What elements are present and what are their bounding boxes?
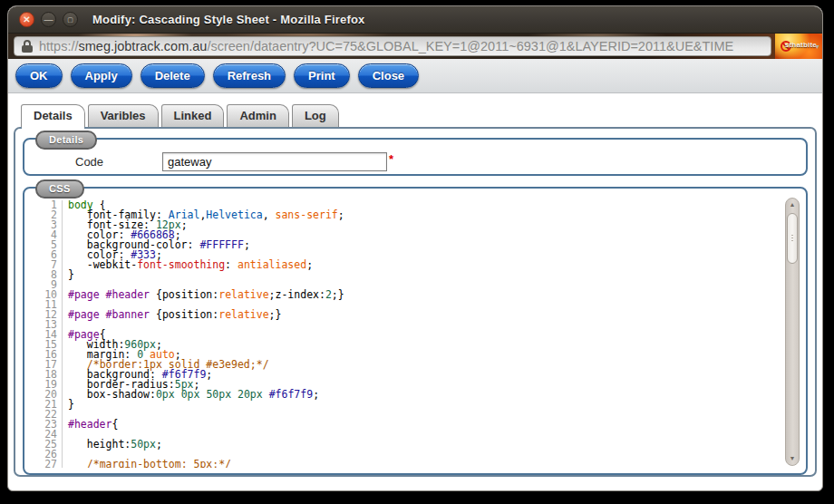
scrollbar-down-icon[interactable]: ▼ — [786, 452, 799, 465]
window-controls: ✕ — ▢ — [19, 12, 78, 27]
window-title: Modify: Cascading Style Sheet - Mozilla … — [92, 13, 365, 26]
details-fieldset: Details Code * — [23, 138, 808, 176]
button-toolbar: OK Apply Delete Refresh Print Close — [8, 59, 822, 93]
close-button[interactable]: Close — [358, 63, 419, 88]
code-line: #header{ — [68, 420, 344, 430]
editor-scrollbar[interactable]: ▲ ▼ — [785, 198, 800, 466]
persona-text: sthatbite — [785, 41, 817, 49]
css-legend: CSS — [35, 179, 84, 199]
required-asterisk: * — [389, 152, 393, 166]
window-maximize-icon[interactable]: ▢ — [63, 12, 78, 27]
delete-button[interactable]: Delete — [141, 63, 205, 88]
url-scheme: https:// — [39, 39, 79, 53]
details-panel: Details Code * CSS 123456789101112131415… — [14, 127, 817, 477]
line-number: 27 — [32, 460, 57, 468]
details-legend: Details — [35, 131, 97, 150]
code-input[interactable] — [162, 152, 387, 171]
scrollbar-thumb[interactable] — [787, 213, 798, 264]
url-domain: smeg.jobtrack.com.au — [79, 39, 208, 53]
refresh-button[interactable]: Refresh — [213, 63, 286, 88]
window-minimize-icon[interactable]: — — [41, 12, 56, 27]
tab-admin[interactable]: Admin — [227, 104, 288, 127]
css-fieldset: CSS 123456789101112131415161718192021222… — [23, 187, 808, 475]
tab-details[interactable]: Details — [21, 104, 85, 127]
browser-window: ✕ — ▢ Modify: Cascading Style Sheet - Mo… — [7, 5, 823, 491]
css-code-editor[interactable]: 1234567891011121314151617181920212223242… — [32, 200, 781, 468]
code-line: box-shadow:0px 0px 50px 20px #f6f7f9; — [68, 390, 344, 400]
tab-bar: Details Varibles Linked Admin Log — [14, 104, 817, 127]
tab-log[interactable]: Log — [292, 104, 339, 127]
ok-button[interactable]: OK — [15, 63, 63, 88]
code-lines[interactable]: body { font-family: Arial,Helvetica, san… — [63, 200, 344, 468]
code-line: } — [68, 400, 344, 410]
tab-varibles[interactable]: Varibles — [88, 104, 159, 127]
code-line: } — [68, 270, 344, 280]
line-numbers-gutter: 1234567891011121314151617181920212223242… — [32, 200, 63, 468]
code-field-row: Code * — [24, 140, 806, 171]
location-bar[interactable]: https://smeg.jobtrack.com.au/screen/data… — [14, 36, 771, 56]
window-titlebar: ✕ — ▢ Modify: Cascading Style Sheet - Mo… — [8, 6, 822, 34]
scrollbar-grip — [791, 235, 793, 243]
page-content: Details Varibles Linked Admin Log Detail… — [8, 93, 822, 477]
code-line — [68, 320, 344, 330]
code-label: Code — [75, 155, 162, 169]
apply-button[interactable]: Apply — [71, 63, 132, 88]
urlbar-dropdown-icon[interactable]: ▼ — [814, 44, 820, 50]
tab-linked[interactable]: Linked — [161, 104, 225, 127]
code-line: height:50px; — [68, 440, 344, 450]
code-line: -webkit-font-smoothing: antialiased; — [68, 260, 344, 270]
lock-icon[interactable] — [22, 40, 33, 53]
scrollbar-up-icon[interactable]: ▲ — [786, 199, 799, 211]
code-line: /*margin-bottom: 5px;*/ — [68, 460, 344, 468]
code-line: #page #banner {position:relative;} — [68, 310, 344, 320]
window-close-icon[interactable]: ✕ — [19, 12, 34, 27]
navigation-bar: https://smeg.jobtrack.com.au/screen/data… — [8, 34, 822, 59]
print-button[interactable]: Print — [294, 63, 350, 88]
url-path: /screen/dataentry?UC=75&GLOBAL_KEY=1@201… — [207, 39, 733, 53]
url-text[interactable]: https://smeg.jobtrack.com.au/screen/data… — [39, 39, 733, 53]
code-line: #page #header {position:relative;z-index… — [68, 290, 344, 300]
